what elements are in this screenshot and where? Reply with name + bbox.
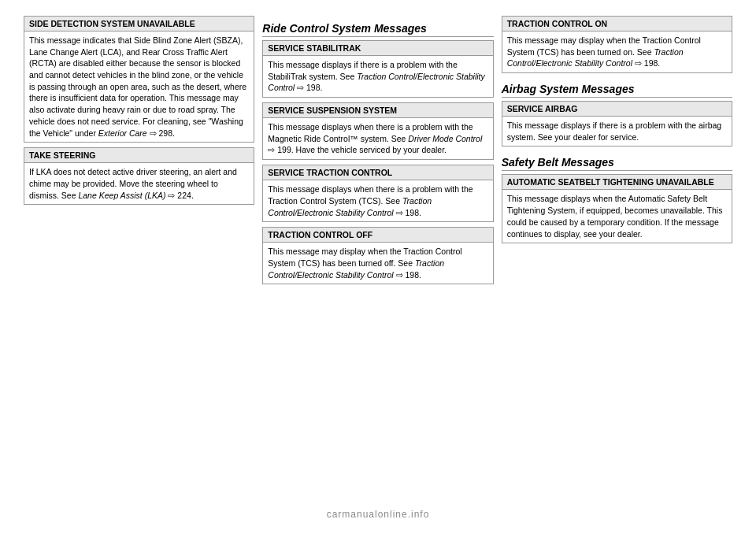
side-detection-text: This message indicates that Side Blind Z… bbox=[29, 35, 249, 139]
seatbelt-tightening-header: AUTOMATIC SEATBELT TIGHTENING UNAVAILABL… bbox=[502, 174, 732, 189]
service-stabilitrak-header: SERVICE STABILITRAK bbox=[262, 40, 493, 55]
traction-control-off-content: This message may display when the Tracti… bbox=[262, 242, 493, 284]
safety-belt-messages-title: Safety Belt Messages bbox=[502, 156, 732, 171]
take-steering-section: TAKE STEERING If LKA does not detect act… bbox=[24, 147, 254, 210]
traction-control-on-header: TRACTION CONTROL ON bbox=[502, 16, 732, 31]
column-3: TRACTION CONTROL ON This message may dis… bbox=[502, 16, 732, 518]
seatbelt-tightening-content: This message displays when the Automatic… bbox=[502, 189, 732, 243]
service-stabilitrak-content: This message displays if there is a prob… bbox=[262, 55, 493, 98]
ride-control-title-section: Ride Control System Messages bbox=[262, 22, 493, 37]
traction-control-off-section: TRACTION CONTROL OFF This message may di… bbox=[262, 227, 493, 289]
seatbelt-tightening-section: AUTOMATIC SEATBELT TIGHTENING UNAVAILABL… bbox=[502, 174, 732, 248]
traction-control-on-content: This message may display when the Tracti… bbox=[502, 31, 732, 73]
column-2: Ride Control System Messages SERVICE STA… bbox=[262, 16, 493, 518]
traction-control-on-section: TRACTION CONTROL ON This message may dis… bbox=[502, 16, 732, 78]
service-airbag-section: SERVICE AIRBAG This message displays if … bbox=[502, 101, 732, 151]
service-airbag-text: This message displays if there is a prob… bbox=[507, 120, 727, 143]
take-steering-content: If LKA does not detect active driver ste… bbox=[24, 162, 254, 205]
service-traction-header: SERVICE TRACTION CONTROL bbox=[262, 165, 493, 180]
service-airbag-header: SERVICE AIRBAG bbox=[502, 101, 732, 116]
service-suspension-content: This message displays when there is a pr… bbox=[262, 117, 493, 160]
service-traction-content: This message displays when there is a pr… bbox=[262, 180, 493, 222]
service-suspension-header: SERVICE SUSPENSION SYSTEM bbox=[262, 102, 493, 117]
airbag-messages-title: Airbag System Messages bbox=[502, 83, 732, 98]
seatbelt-title-section: Safety Belt Messages bbox=[502, 156, 732, 171]
page: SIDE DETECTION SYSTEM UNAVAILABLE This m… bbox=[0, 0, 756, 534]
service-airbag-content: This message displays if there is a prob… bbox=[502, 116, 732, 146]
traction-control-off-text: This message may display when the Tracti… bbox=[268, 246, 487, 280]
service-traction-text: This message displays when there is a pr… bbox=[268, 184, 487, 218]
airbag-title-section: Airbag System Messages bbox=[502, 83, 732, 98]
watermark: carmanualonline.info bbox=[327, 509, 430, 520]
side-detection-header: SIDE DETECTION SYSTEM UNAVAILABLE bbox=[24, 16, 254, 31]
traction-control-on-text: This message may display when the Tracti… bbox=[507, 35, 727, 69]
take-steering-text: If LKA does not detect active driver ste… bbox=[29, 166, 249, 201]
traction-control-off-header: TRACTION CONTROL OFF bbox=[262, 227, 493, 242]
seatbelt-tightening-text: This message displays when the Automatic… bbox=[507, 193, 727, 239]
take-steering-header: TAKE STEERING bbox=[24, 147, 254, 162]
service-suspension-section: SERVICE SUSPENSION SYSTEM This message d… bbox=[262, 102, 493, 165]
side-detection-section: SIDE DETECTION SYSTEM UNAVAILABLE This m… bbox=[24, 16, 254, 147]
service-stabilitrak-section: SERVICE STABILITRAK This message display… bbox=[262, 40, 493, 102]
service-stabilitrak-text: This message displays if there is a prob… bbox=[268, 59, 487, 94]
service-suspension-text: This message displays when there is a pr… bbox=[268, 121, 487, 156]
service-traction-section: SERVICE TRACTION CONTROL This message di… bbox=[262, 165, 493, 227]
ride-control-title: Ride Control System Messages bbox=[262, 22, 493, 37]
column-1: SIDE DETECTION SYSTEM UNAVAILABLE This m… bbox=[24, 16, 254, 518]
side-detection-content: This message indicates that Side Blind Z… bbox=[24, 31, 254, 143]
